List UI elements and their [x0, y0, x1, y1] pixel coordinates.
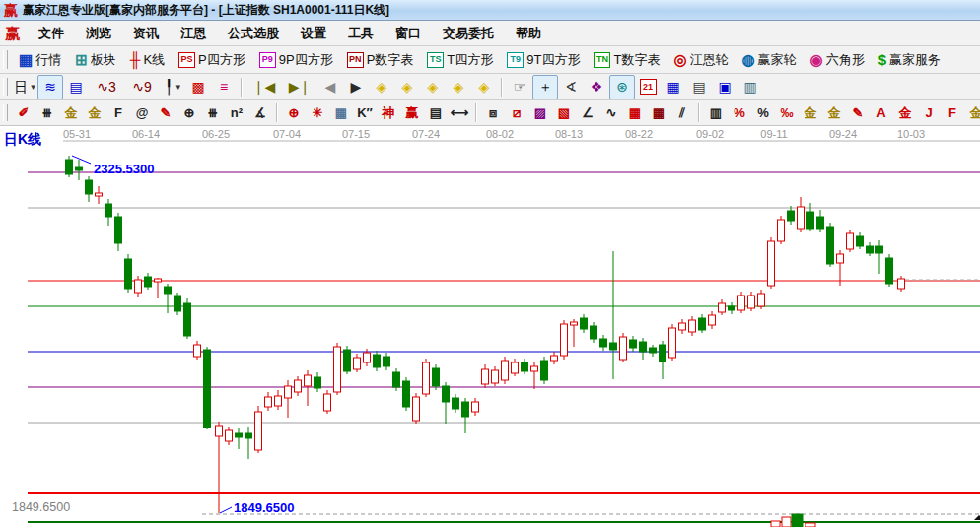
draw-pen-button[interactable]: ✐ — [12, 101, 35, 124]
angle-ruler-button[interactable]: ∡ — [248, 101, 272, 124]
hexagon-button[interactable]: ◉六角形 — [804, 47, 872, 73]
pattern-search-button[interactable]: ⊛ — [609, 75, 635, 99]
pen-bars-button[interactable]: ✎ — [846, 101, 870, 124]
n-square-button[interactable]: n² — [225, 101, 248, 124]
spiral-button[interactable]: @ — [130, 101, 154, 124]
shen-tool-button[interactable]: 神 — [377, 101, 400, 124]
tick-lines-button[interactable]: ⧻ — [201, 101, 225, 124]
pen-line-button[interactable]: ✎ — [154, 101, 177, 124]
percent-button[interactable]: % — [751, 101, 775, 124]
notes-button[interactable]: ▤ — [686, 75, 712, 99]
zigzag-button[interactable]: ∿ — [599, 101, 623, 124]
menu-tools-label: 工具 — [348, 25, 374, 42]
k-quote-button[interactable]: K″ — [353, 101, 377, 124]
f-angle-button[interactable]: F — [941, 101, 964, 124]
box-fan-x-button[interactable]: ▧ — [552, 101, 576, 124]
kline-button[interactable]: ╫K线 — [123, 47, 172, 73]
f-line-button[interactable]: F — [106, 101, 130, 124]
wave-9-button[interactable]: ∿9 — [124, 75, 160, 99]
toolbar-grip[interactable] — [3, 104, 8, 122]
diamond-left-button[interactable]: ◈ — [369, 75, 394, 99]
wave-3-button[interactable]: ∿3 — [89, 75, 124, 99]
gann-marker-button[interactable]: ❖ — [584, 75, 609, 99]
kline-chart[interactable]: 日K线 05-3106-1406-2507-0407-1507-2408-020… — [0, 126, 980, 527]
pan-hand-button[interactable]: ☞ — [507, 75, 532, 99]
parallel-slants-button[interactable]: ⫽ — [670, 101, 694, 124]
menu-news[interactable]: 资讯 — [122, 22, 170, 45]
starburst-grid-button[interactable]: ✳ — [306, 101, 329, 124]
box-fan-button[interactable]: ▨ — [528, 101, 552, 124]
save-button[interactable]: ▣ — [712, 75, 737, 99]
info-panel-button[interactable]: ▤ — [63, 75, 89, 99]
gann-fan-button[interactable]: ⧄ — [505, 101, 528, 124]
menu-tools[interactable]: 工具 — [337, 22, 385, 45]
sectors-button[interactable]: ⊞板块 — [68, 47, 123, 73]
diamond-all-button[interactable]: ◈ — [471, 75, 497, 99]
system-output-button[interactable]: ▥ — [737, 75, 763, 99]
calendar-button[interactable]: 21 — [635, 75, 661, 99]
t-square-button[interactable]: TST四方形 — [420, 47, 500, 73]
candle-down — [384, 357, 390, 366]
last-page-button[interactable]: ▶❘ — [282, 75, 317, 99]
menu-trade-entrust[interactable]: 交易委托 — [432, 22, 505, 45]
menu-help[interactable]: 帮助 — [505, 22, 552, 45]
percent-triangle-button[interactable]: % — [728, 101, 751, 124]
next-page-button[interactable]: ▶ — [343, 75, 369, 99]
p-number-table-button[interactable]: PNP数字表 — [340, 47, 421, 73]
gann-lines-button[interactable]: ⧻ — [35, 101, 59, 124]
gold-level-button[interactable]: 金 — [822, 101, 846, 124]
thin-candle-dropdown[interactable]: ╿▾ — [160, 75, 185, 99]
crosshair-button[interactable]: ＋ — [532, 75, 558, 99]
menu-formula-stock-pick[interactable]: 公式选股 — [217, 22, 290, 45]
scroll-marker-triangle-icon[interactable] — [974, 515, 980, 520]
chip-box-button[interactable]: ▩ — [185, 75, 211, 99]
j-angle-button[interactable]: J — [917, 101, 941, 124]
diamond-horizontal-button[interactable]: ◈ — [420, 75, 446, 99]
ruler-123-button[interactable]: ▤ — [424, 101, 448, 124]
menu-browse[interactable]: 浏览 — [75, 22, 122, 45]
menu-gann[interactable]: 江恩 — [170, 22, 217, 45]
gold-line-1-button[interactable]: 金 — [59, 101, 83, 124]
menu-settings[interactable]: 设置 — [290, 22, 337, 45]
gold-red-line-button[interactable]: 金 — [893, 101, 917, 124]
dropdown-arrow-icon: ▾ — [175, 82, 180, 92]
step-bars-button[interactable]: ▥ — [704, 101, 728, 124]
angle-measure-button[interactable]: ∢ — [558, 75, 584, 99]
diamond-vertical-button[interactable]: ◈ — [446, 75, 471, 99]
gold-angle-button[interactable]: 金 — [964, 101, 980, 124]
candle-up — [709, 315, 716, 325]
angle-lines-button[interactable]: ∠ — [576, 101, 599, 124]
diamond-right-button[interactable]: ◈ — [394, 75, 420, 99]
toolbar-grip[interactable] — [3, 50, 8, 69]
grid-dots-2-button[interactable]: ▦ — [647, 101, 670, 124]
kline-chart-canvas[interactable]: 05-3106-1406-2507-0407-1507-2408-0208-13… — [0, 126, 980, 527]
p9-square-button[interactable]: P99P四方形 — [252, 47, 340, 73]
square-grid-button[interactable]: ▦ — [329, 101, 353, 124]
gold-circle-button[interactable]: 金 — [799, 101, 822, 124]
gold-line-2-button[interactable]: 金 — [83, 101, 106, 124]
prev-page-button[interactable]: ◀ — [317, 75, 343, 99]
toolbar-grip[interactable] — [3, 78, 8, 96]
permille-line-button[interactable]: ‰ — [775, 101, 799, 124]
p-square-button[interactable]: PSP四方形 — [172, 47, 252, 73]
chip-distribution-button[interactable]: ≋ — [37, 75, 63, 99]
calculator-button[interactable]: ▦ — [661, 75, 686, 99]
candle-style-dropdown[interactable]: 日▾ — [12, 75, 37, 99]
grid-dots-button[interactable]: ▦ — [623, 101, 647, 124]
first-page-button[interactable]: ❘◀ — [246, 75, 282, 99]
gann-wheel-button[interactable]: ◎江恩轮 — [666, 47, 735, 73]
t-number-table-button[interactable]: TNT数字表 — [587, 47, 666, 73]
volume-profile-button[interactable]: ≡ — [211, 75, 237, 99]
menu-file[interactable]: 文件 — [28, 22, 75, 45]
quotes-button[interactable]: ▦行情 — [12, 47, 68, 73]
degree-circle-button[interactable]: ⊕ — [177, 101, 201, 124]
winner-wheel-button[interactable]: ◍赢家轮 — [735, 47, 804, 73]
menu-window[interactable]: 窗口 — [385, 22, 432, 45]
width-measure-button[interactable]: ⟷ — [448, 101, 471, 124]
box-line-button[interactable]: ⧈ — [481, 101, 505, 124]
red-target-button[interactable]: ⊕ — [282, 101, 306, 124]
winner-service-button[interactable]: $赢家服务 — [872, 47, 947, 73]
a-wave-button[interactable]: A — [870, 101, 893, 124]
t9-square-button[interactable]: T99T四方形 — [500, 47, 587, 73]
ying-tool-button[interactable]: 赢 — [400, 101, 424, 124]
